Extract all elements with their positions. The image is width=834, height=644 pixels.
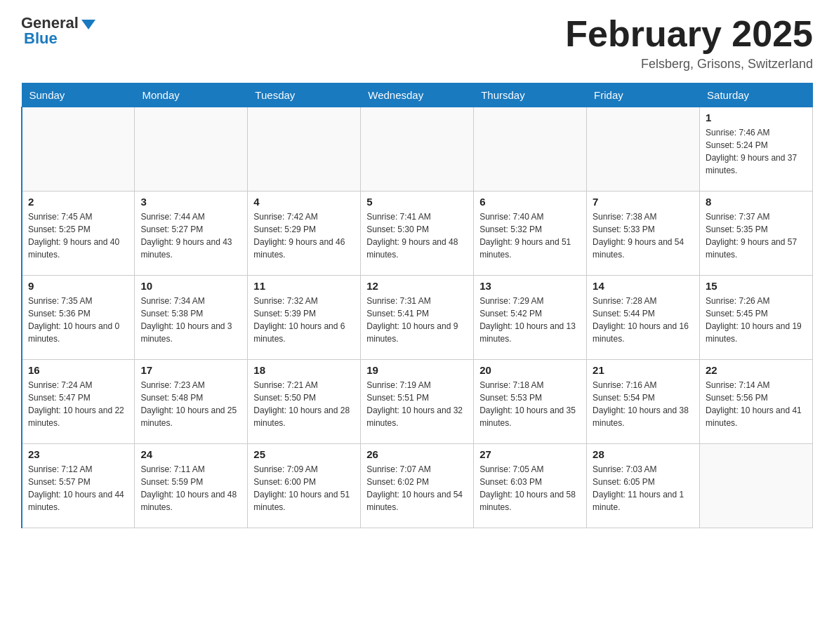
calendar-cell: 28Sunrise: 7:03 AMSunset: 6:05 PMDayligh…	[587, 444, 700, 528]
calendar-cell: 2Sunrise: 7:45 AMSunset: 5:25 PMDaylight…	[22, 192, 135, 276]
calendar-cell: 25Sunrise: 7:09 AMSunset: 6:00 PMDayligh…	[248, 444, 361, 528]
day-info: Sunrise: 7:16 AMSunset: 5:54 PMDaylight:…	[593, 379, 694, 429]
day-number: 11	[253, 280, 355, 292]
column-header-tuesday: Tuesday	[248, 83, 361, 107]
day-number: 12	[366, 280, 468, 292]
day-info: Sunrise: 7:26 AMSunset: 5:45 PMDaylight:…	[706, 295, 807, 345]
day-number: 13	[479, 280, 581, 292]
day-info: Sunrise: 7:44 AMSunset: 5:27 PMDaylight:…	[140, 210, 241, 261]
day-info: Sunrise: 7:45 AMSunset: 5:25 PMDaylight:…	[28, 210, 128, 261]
calendar-cell	[135, 107, 248, 192]
calendar-cell: 4Sunrise: 7:42 AMSunset: 5:29 PMDaylight…	[248, 192, 361, 276]
calendar-cell	[587, 107, 700, 192]
column-header-saturday: Saturday	[700, 83, 813, 107]
day-number: 15	[706, 280, 807, 292]
day-info: Sunrise: 7:32 AMSunset: 5:39 PMDaylight:…	[253, 295, 355, 345]
day-number: 17	[140, 364, 241, 376]
day-info: Sunrise: 7:24 AMSunset: 5:47 PMDaylight:…	[28, 379, 128, 429]
day-info: Sunrise: 7:07 AMSunset: 6:02 PMDaylight:…	[366, 463, 468, 514]
day-info: Sunrise: 7:41 AMSunset: 5:30 PMDaylight:…	[366, 210, 468, 261]
day-number: 20	[479, 364, 581, 376]
day-info: Sunrise: 7:03 AMSunset: 6:05 PMDaylight:…	[593, 463, 694, 514]
week-row-0: 1Sunrise: 7:46 AMSunset: 5:24 PMDaylight…	[22, 107, 813, 192]
day-info: Sunrise: 7:37 AMSunset: 5:35 PMDaylight:…	[706, 210, 807, 261]
calendar-cell	[700, 444, 813, 528]
day-number: 2	[28, 196, 128, 208]
day-number: 4	[253, 196, 355, 208]
day-info: Sunrise: 7:35 AMSunset: 5:36 PMDaylight:…	[28, 295, 128, 345]
calendar-cell	[22, 107, 135, 192]
calendar-cell: 5Sunrise: 7:41 AMSunset: 5:30 PMDaylight…	[361, 192, 474, 276]
week-row-2: 9Sunrise: 7:35 AMSunset: 5:36 PMDaylight…	[22, 276, 813, 360]
day-info: Sunrise: 7:46 AMSunset: 5:24 PMDaylight:…	[706, 126, 807, 177]
calendar-cell: 15Sunrise: 7:26 AMSunset: 5:45 PMDayligh…	[700, 276, 813, 360]
day-info: Sunrise: 7:34 AMSunset: 5:38 PMDaylight:…	[140, 295, 241, 345]
calendar-header-row: SundayMondayTuesdayWednesdayThursdayFrid…	[22, 83, 813, 107]
calendar-cell: 22Sunrise: 7:14 AMSunset: 5:56 PMDayligh…	[700, 360, 813, 444]
calendar-cell: 20Sunrise: 7:18 AMSunset: 5:53 PMDayligh…	[474, 360, 587, 444]
day-info: Sunrise: 7:21 AMSunset: 5:50 PMDaylight:…	[253, 379, 355, 429]
day-info: Sunrise: 7:09 AMSunset: 6:00 PMDaylight:…	[253, 463, 355, 514]
day-number: 8	[706, 196, 807, 208]
day-info: Sunrise: 7:38 AMSunset: 5:33 PMDaylight:…	[593, 210, 694, 261]
day-number: 25	[253, 448, 355, 460]
day-number: 5	[366, 196, 468, 208]
day-number: 23	[28, 448, 128, 460]
day-info: Sunrise: 7:42 AMSunset: 5:29 PMDaylight:…	[253, 210, 355, 261]
location-subtitle: Felsberg, Grisons, Switzerland	[565, 57, 813, 72]
calendar-cell: 23Sunrise: 7:12 AMSunset: 5:57 PMDayligh…	[22, 444, 135, 528]
day-info: Sunrise: 7:14 AMSunset: 5:56 PMDaylight:…	[706, 379, 807, 429]
calendar-cell: 10Sunrise: 7:34 AMSunset: 5:38 PMDayligh…	[135, 276, 248, 360]
title-area: February 2025 Felsberg, Grisons, Switzer…	[565, 14, 813, 72]
day-number: 7	[593, 196, 694, 208]
day-number: 1	[706, 112, 807, 123]
column-header-thursday: Thursday	[474, 83, 587, 107]
logo-arrow-icon	[81, 20, 95, 29]
day-number: 10	[140, 280, 241, 292]
calendar-cell: 13Sunrise: 7:29 AMSunset: 5:42 PMDayligh…	[474, 276, 587, 360]
column-header-friday: Friday	[587, 83, 700, 107]
day-info: Sunrise: 7:05 AMSunset: 6:03 PMDaylight:…	[479, 463, 581, 514]
day-info: Sunrise: 7:28 AMSunset: 5:44 PMDaylight:…	[593, 295, 694, 345]
day-info: Sunrise: 7:18 AMSunset: 5:53 PMDaylight:…	[479, 379, 581, 429]
day-number: 16	[28, 364, 128, 376]
calendar-cell	[474, 107, 587, 192]
column-header-monday: Monday	[135, 83, 248, 107]
day-number: 22	[706, 364, 807, 376]
day-info: Sunrise: 7:40 AMSunset: 5:32 PMDaylight:…	[479, 210, 581, 261]
day-number: 28	[593, 448, 694, 460]
calendar-cell: 21Sunrise: 7:16 AMSunset: 5:54 PMDayligh…	[587, 360, 700, 444]
calendar-cell: 8Sunrise: 7:37 AMSunset: 5:35 PMDaylight…	[700, 192, 813, 276]
calendar-cell: 24Sunrise: 7:11 AMSunset: 5:59 PMDayligh…	[135, 444, 248, 528]
page-header: General Blue February 2025 Felsberg, Gri…	[21, 14, 813, 72]
calendar-cell: 18Sunrise: 7:21 AMSunset: 5:50 PMDayligh…	[248, 360, 361, 444]
calendar-cell: 17Sunrise: 7:23 AMSunset: 5:48 PMDayligh…	[135, 360, 248, 444]
week-row-4: 23Sunrise: 7:12 AMSunset: 5:57 PMDayligh…	[22, 444, 813, 528]
day-number: 18	[253, 364, 355, 376]
month-title: February 2025	[565, 14, 813, 54]
column-header-sunday: Sunday	[22, 83, 135, 107]
calendar-cell: 27Sunrise: 7:05 AMSunset: 6:03 PMDayligh…	[474, 444, 587, 528]
calendar-cell: 7Sunrise: 7:38 AMSunset: 5:33 PMDaylight…	[587, 192, 700, 276]
calendar-cell: 12Sunrise: 7:31 AMSunset: 5:41 PMDayligh…	[361, 276, 474, 360]
calendar-cell: 16Sunrise: 7:24 AMSunset: 5:47 PMDayligh…	[22, 360, 135, 444]
calendar-cell	[361, 107, 474, 192]
column-header-wednesday: Wednesday	[361, 83, 474, 107]
day-number: 21	[593, 364, 694, 376]
day-number: 14	[593, 280, 694, 292]
calendar-cell	[248, 107, 361, 192]
calendar-cell: 14Sunrise: 7:28 AMSunset: 5:44 PMDayligh…	[587, 276, 700, 360]
day-number: 9	[28, 280, 128, 292]
week-row-1: 2Sunrise: 7:45 AMSunset: 5:25 PMDaylight…	[22, 192, 813, 276]
calendar-cell: 6Sunrise: 7:40 AMSunset: 5:32 PMDaylight…	[474, 192, 587, 276]
day-info: Sunrise: 7:23 AMSunset: 5:48 PMDaylight:…	[140, 379, 241, 429]
day-number: 6	[479, 196, 581, 208]
day-info: Sunrise: 7:12 AMSunset: 5:57 PMDaylight:…	[28, 463, 128, 514]
logo: General Blue	[21, 14, 95, 48]
calendar-cell: 3Sunrise: 7:44 AMSunset: 5:27 PMDaylight…	[135, 192, 248, 276]
day-info: Sunrise: 7:29 AMSunset: 5:42 PMDaylight:…	[479, 295, 581, 345]
day-info: Sunrise: 7:31 AMSunset: 5:41 PMDaylight:…	[366, 295, 468, 345]
day-info: Sunrise: 7:19 AMSunset: 5:51 PMDaylight:…	[366, 379, 468, 429]
day-info: Sunrise: 7:11 AMSunset: 5:59 PMDaylight:…	[140, 463, 241, 514]
day-number: 24	[140, 448, 241, 460]
